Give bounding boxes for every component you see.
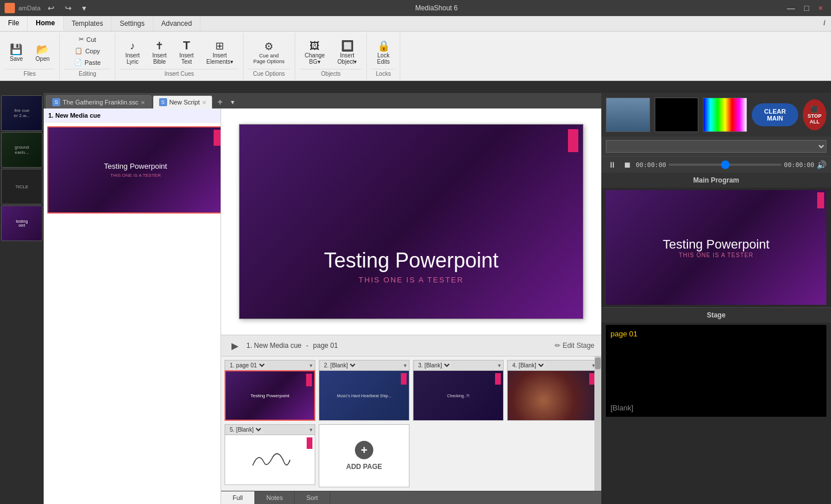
- page-3-arrow[interactable]: ▾: [498, 362, 501, 369]
- stage-preview[interactable]: page 01 [Blank]: [606, 325, 826, 417]
- tab-advanced[interactable]: Advanced: [153, 16, 200, 31]
- preview-thumb-sky[interactable]: [606, 98, 650, 132]
- page-5-select[interactable]: 5. [Blank]: [227, 426, 263, 433]
- cue-item-1[interactable]: 1. New Media cue: [44, 108, 221, 123]
- main-program-preview[interactable]: Testing Powerpoint THIS ONE IS A TESTER: [606, 190, 826, 305]
- page-1-thumb[interactable]: Testing Powerpoint: [225, 370, 315, 421]
- cue-thumbnail[interactable]: Testing Powerpoint THIS ONE IS A TESTER: [47, 126, 221, 214]
- preview-thumb-black[interactable]: [655, 98, 699, 132]
- lock-edits-label: LockEdits: [377, 52, 389, 65]
- insert-bible-button[interactable]: ✝ InsertBible: [147, 38, 172, 68]
- sidebar-item-2[interactable]: groundearin...: [1, 132, 42, 168]
- insert-object-button[interactable]: 🔲 InsertObject▾: [333, 38, 362, 68]
- page-2-thumb[interactable]: Music's Hard Heartbeat Ship...: [319, 370, 409, 421]
- insert-elements-button[interactable]: ⊞ InsertElements▾: [201, 38, 238, 68]
- close-btn[interactable]: ×: [815, 2, 826, 14]
- change-bg-button[interactable]: 🖼 ChangeBG▾: [300, 38, 330, 68]
- page-5-arrow[interactable]: ▾: [310, 427, 312, 433]
- playback-slider[interactable]: [668, 164, 782, 166]
- bottom-tab-full[interactable]: Full: [221, 491, 255, 504]
- insert-lyric-button[interactable]: ♪ InsertLyric: [120, 38, 145, 68]
- transport-dropdown[interactable]: [606, 140, 826, 153]
- pages-scrollbar[interactable]: [594, 356, 601, 491]
- add-tab-button[interactable]: +: [214, 96, 226, 108]
- bottom-tab-notes[interactable]: Notes: [255, 491, 295, 504]
- page-4-thumb[interactable]: [507, 370, 598, 421]
- page-1-select[interactable]: 1. page 01: [227, 362, 266, 369]
- insert-cues-group-label: Insert Cues: [120, 69, 238, 78]
- title-bar-left: amData ↩ ↪ ▾: [5, 2, 90, 14]
- insert-elements-label: InsertElements▾: [206, 52, 233, 65]
- cue-list-panel: 1. New Media cue Testing Powerpoint THIS…: [44, 108, 221, 504]
- doc-tab-new-script[interactable]: S New Script ×: [153, 95, 213, 108]
- play-button[interactable]: ▶: [228, 339, 242, 352]
- ribbon-group-insert-cues: ♪ InsertLyric ✝ InsertBible T InsertText…: [115, 33, 243, 79]
- page-3-text: Checking..?!: [447, 394, 470, 398]
- page-2-wrap: 2. [Blank] ▾ Music's Hard Heartbeat Ship…: [319, 360, 409, 421]
- cut-button[interactable]: ✂ Cut: [64, 34, 110, 45]
- pause-button[interactable]: ⏸: [606, 159, 619, 170]
- cue-page-options-button[interactable]: ⚙ Cue andPage Options: [248, 38, 290, 68]
- preview-page-label: page 01: [313, 342, 338, 350]
- sidebar-item-4[interactable]: testingoint: [1, 206, 42, 241]
- stop-button[interactable]: ⏹: [621, 159, 633, 170]
- time-right: 00:00:00: [784, 161, 814, 169]
- new-script-tab-label: New Script: [169, 99, 200, 106]
- gathering-tab-close[interactable]: ×: [141, 99, 145, 106]
- page-3-badge: [495, 373, 501, 385]
- copy-button[interactable]: 📋 Copy: [64, 45, 110, 56]
- new-script-tab-close[interactable]: ×: [202, 99, 207, 106]
- info-btn[interactable]: i: [818, 16, 831, 31]
- cue-thumb-subtitle: THIS ONE IS A TESTER: [110, 173, 161, 178]
- doc-tab-gathering[interactable]: S The Gathering Franklin.ssc ×: [46, 95, 152, 108]
- ribbon-tabs: File Home Templates Settings Advanced i: [0, 16, 831, 32]
- page-2-select[interactable]: 2. [Blank]: [322, 362, 357, 369]
- redo-btn[interactable]: ↪: [61, 2, 75, 14]
- page-2-arrow[interactable]: ▾: [404, 362, 407, 369]
- clear-main-button[interactable]: CLEAR MAIN: [752, 103, 798, 126]
- page-2-content: Music's Hard Heartbeat Ship...: [319, 371, 409, 420]
- tab-settings[interactable]: Settings: [111, 16, 153, 31]
- maximize-btn[interactable]: □: [801, 2, 812, 14]
- minimize-btn[interactable]: —: [783, 2, 798, 14]
- paste-button[interactable]: 📄 Paste: [64, 57, 110, 68]
- tab-file[interactable]: File: [0, 16, 28, 31]
- slide-preview[interactable]: Testing Powerpoint THIS ONE IS A TESTER: [239, 124, 583, 319]
- undo-btn[interactable]: ↩: [44, 2, 58, 14]
- sidebar-item-3[interactable]: TICLE: [1, 169, 42, 204]
- edit-stage-button[interactable]: ✏ Edit Stage: [555, 342, 594, 350]
- sidebar-item-4-text: testingoint: [16, 219, 28, 227]
- cue-thumb-title: Testing Powerpoint: [104, 162, 167, 170]
- pages-scroll: 1. page 01 ▾ Testing Powerpoint: [225, 360, 598, 421]
- preview-thumb-colorbar[interactable]: [703, 98, 747, 132]
- insert-object-label: InsertObject▾: [338, 52, 357, 65]
- stop-all-button[interactable]: ⬛ STOP ALL: [803, 99, 826, 130]
- add-page-icon: +: [355, 441, 373, 459]
- open-button[interactable]: 📂 Open: [30, 38, 55, 68]
- page-3-select[interactable]: 3. [Blank]: [416, 362, 451, 369]
- colorbar-content: [704, 98, 747, 131]
- ribbon-group-files: 💾 Save 📂 Open Files: [0, 33, 60, 79]
- page-1-arrow[interactable]: ▾: [310, 362, 312, 369]
- add-page-button[interactable]: + ADD PAGE: [319, 424, 409, 487]
- more-btn[interactable]: ▾: [79, 2, 90, 14]
- tab-home[interactable]: Home: [28, 16, 63, 31]
- menu-data: amData: [18, 5, 41, 11]
- bottom-tab-sort[interactable]: Sort: [295, 491, 330, 504]
- script-area: S The Gathering Franklin.ssc × S New Scr…: [44, 93, 601, 504]
- lyric-icon: ♪: [130, 41, 135, 51]
- save-button[interactable]: 💾 Save: [5, 38, 28, 68]
- doc-tabs: S The Gathering Franklin.ssc × S New Scr…: [44, 93, 601, 108]
- main-program-badge: [817, 192, 824, 208]
- insert-text-button[interactable]: T InsertText: [174, 37, 199, 68]
- pages-strip: 1. page 01 ▾ Testing Powerpoint: [221, 356, 601, 491]
- page-5-thumb[interactable]: [225, 435, 315, 485]
- sidebar-item-1[interactable]: fire cueer 2.w...: [1, 95, 42, 131]
- lock-edits-button[interactable]: 🔒 LockEdits: [372, 38, 395, 68]
- page-3-thumb[interactable]: Checking..?!: [413, 370, 504, 421]
- tab-templates[interactable]: Templates: [64, 16, 112, 31]
- tab-more-button[interactable]: ▾: [227, 97, 238, 107]
- right-panel: CLEAR MAIN ⬛ STOP ALL ⏸ ⏹ 00:00:00 00:00…: [601, 93, 831, 504]
- stop-all-label: STOP ALL: [803, 113, 826, 125]
- page-4-select[interactable]: 4. [Blank]: [510, 362, 546, 369]
